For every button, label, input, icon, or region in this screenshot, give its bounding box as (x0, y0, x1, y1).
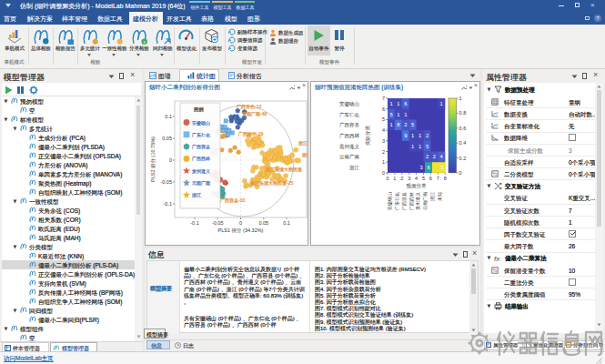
svg-text:广西西林: 广西西林 (339, 133, 360, 139)
svg-text:7: 7 (437, 176, 439, 181)
svg-text:广西柳州-18: 广西柳州-18 (238, 131, 263, 137)
svg-text:6: 6 (427, 165, 429, 170)
svg-text:1: 1 (397, 101, 399, 106)
svg-text:广西百色-13: 广西百色-13 (237, 104, 261, 110)
svg-text:广西西林: 广西西林 (192, 156, 210, 162)
svg-text:½: ½ (493, 171, 498, 177)
svg-text:3: 3 (408, 176, 410, 181)
svg-text:4: 4 (382, 127, 385, 133)
svg-text:云南广南: 云南广南 (423, 192, 429, 210)
svg-text:2: 2 (426, 133, 429, 138)
svg-text:浙江乐清大荆街道: 浙江乐清大荆街道 (266, 167, 302, 173)
svg-text:广东仁化: 广东仁化 (192, 132, 210, 138)
svg-text:广东仁化: 广东仁化 (339, 112, 360, 118)
svg-text:安徽砀山: 安徽砀山 (387, 192, 393, 210)
svg-text:未知: 未知 (437, 192, 442, 201)
svg-text:0: 0 (239, 220, 242, 226)
svg-text:图例: 图例 (194, 106, 204, 113)
svg-text:2: 2 (404, 122, 407, 127)
svg-text:云南广南-48: 云南广南-48 (242, 111, 267, 116)
svg-text:0.2: 0.2 (459, 156, 467, 161)
svg-text:预测分类: 预测分类 (407, 183, 428, 189)
svg-text:云南广南: 云南广南 (192, 180, 210, 186)
svg-text:7: 7 (382, 96, 385, 101)
svg-text:贵州遵义: 贵州遵义 (339, 144, 360, 149)
svg-text:0.05: 0.05 (162, 136, 172, 141)
svg-text:1: 1 (389, 122, 392, 127)
svg-text:贵州遵义: 贵州遵义 (416, 192, 421, 210)
svg-text:4: 4 (415, 176, 418, 181)
svg-text:-0.1: -0.1 (164, 201, 172, 207)
svg-text:0.1: 0.1 (165, 114, 172, 119)
svg-text:5: 5 (426, 144, 429, 149)
svg-text:2: 2 (433, 154, 436, 159)
svg-text:广西容县: 广西容县 (401, 192, 408, 210)
svg-text:6: 6 (429, 176, 432, 181)
svg-text:0.4: 0.4 (459, 140, 467, 146)
svg-text:fx: fx (494, 254, 500, 262)
svg-text:0: 0 (459, 170, 462, 176)
svg-text:PLS2 得分 (10.75%): PLS2 得分 (10.75%) (150, 136, 156, 182)
svg-text:浙江乐清大荆街道-25: 浙江乐清大荆街道-25 (250, 180, 293, 187)
svg-text:0.6: 0.6 (459, 126, 467, 131)
svg-text:1: 1 (459, 96, 462, 101)
svg-text:浙江天台-41: 浙江天台-41 (298, 140, 308, 147)
svg-text:5: 5 (422, 176, 425, 181)
svg-text:0: 0 (386, 176, 388, 181)
svg-text:8: 8 (444, 176, 447, 181)
svg-text:浙江: 浙江 (192, 192, 201, 198)
svg-text:2: 2 (426, 154, 429, 159)
svg-text:浙江: 浙江 (429, 192, 436, 201)
svg-text:0.1: 0.1 (283, 220, 290, 226)
svg-text:安徽砀山: 安徽砀山 (192, 120, 210, 126)
svg-text:1: 1 (411, 133, 414, 138)
svg-text:广西容县: 广西容县 (339, 122, 360, 128)
svg-text:5: 5 (440, 165, 443, 170)
svg-text:1: 1 (418, 144, 421, 149)
svg-text:PLS1 得分 (34.32%): PLS1 得分 (34.32%) (218, 228, 264, 234)
svg-text:1: 1 (411, 144, 414, 149)
svg-text:3: 3 (382, 138, 385, 144)
svg-text:5: 5 (382, 116, 385, 122)
svg-text:0.8: 0.8 (459, 110, 467, 116)
svg-text:6: 6 (404, 101, 407, 106)
svg-text:½: ½ (493, 268, 498, 273)
svg-text:1: 1 (418, 133, 421, 138)
svg-text:实际分类: 实际分类 (365, 125, 371, 146)
svg-text:广西容县-33: 广西容县-33 (220, 197, 245, 204)
svg-text:浙江: 浙江 (349, 165, 360, 171)
svg-text:广西容县: 广西容县 (192, 144, 210, 150)
svg-text:9: 9 (404, 133, 407, 138)
svg-text:1: 1 (440, 101, 443, 106)
svg-text:0: 0 (382, 170, 385, 176)
svg-text:云南广南: 云南广南 (339, 154, 360, 159)
svg-text:广西西林: 广西西林 (408, 192, 415, 210)
svg-text:贵州遵义: 贵州遵义 (192, 168, 210, 174)
svg-text:2: 2 (400, 176, 403, 181)
svg-text:2: 2 (382, 149, 385, 155)
svg-text:5: 5 (411, 122, 414, 127)
svg-text:1: 1 (393, 176, 396, 181)
svg-text:浙江天台: 浙江天台 (302, 152, 308, 158)
svg-text:8: 8 (397, 122, 399, 127)
svg-text:0: 0 (169, 157, 172, 163)
svg-text:安徽砀山: 安徽砀山 (339, 101, 359, 107)
svg-text:广东仁化: 广东仁化 (394, 192, 400, 210)
svg-text:5: 5 (389, 112, 392, 117)
svg-text:6: 6 (382, 106, 385, 112)
svg-text:-0.05: -0.05 (160, 179, 172, 185)
svg-text:1: 1 (382, 159, 385, 165)
svg-text:1: 1 (404, 112, 407, 117)
svg-text:3: 3 (419, 165, 422, 170)
svg-text:0.05: 0.05 (258, 220, 268, 226)
svg-text:1: 1 (397, 112, 399, 117)
svg-text:-0.05: -0.05 (212, 220, 224, 226)
svg-text:1: 1 (389, 101, 392, 106)
svg-text:-0.1: -0.1 (190, 220, 198, 226)
